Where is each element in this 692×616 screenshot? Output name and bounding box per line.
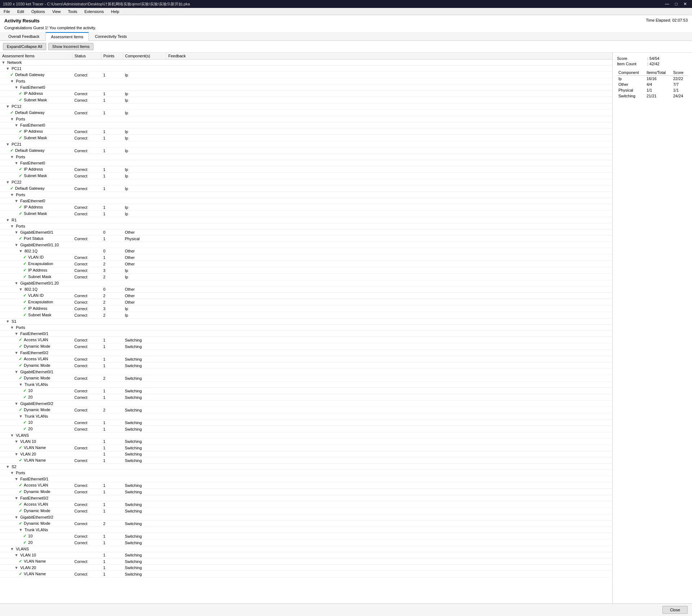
menu-edit[interactable]: Edit	[15, 9, 26, 14]
tree-toggle-icon[interactable]: ▼	[6, 66, 11, 71]
menu-view[interactable]: View	[50, 9, 63, 14]
tree-item-label: VLAN Name	[24, 458, 46, 462]
menu-help[interactable]: Help	[109, 9, 122, 14]
component-cell	[123, 401, 166, 407]
tree-toggle-icon[interactable]: ▼	[14, 439, 19, 444]
menu-extensions[interactable]: Extensions	[82, 9, 106, 14]
tree-item-label: Subnet Mask	[28, 313, 51, 317]
status-cell: Correct	[72, 533, 101, 540]
feedback-cell	[166, 451, 612, 457]
score-table-row: Physical1/11/1	[617, 87, 688, 93]
tree-toggle-icon[interactable]: ▼	[14, 243, 19, 247]
component-cell: Switching	[123, 407, 166, 413]
close-window-button[interactable]: ✕	[681, 1, 689, 6]
status-cell: Correct	[72, 135, 101, 141]
score-table-cell-itemsTotal: 1/1	[645, 87, 672, 93]
tree-item-label: Default Gateway	[15, 186, 44, 190]
points-cell: 3	[101, 267, 123, 274]
tree-toggle-icon[interactable]: ▼	[6, 218, 11, 222]
tree-toggle-icon[interactable]: ▼	[14, 161, 19, 165]
close-button[interactable]: Close	[662, 606, 688, 614]
table-row: ✓ Subnet MaskCorrect1Ip	[0, 211, 612, 217]
table-row: ✓ Subnet MaskCorrect2Ip	[0, 274, 612, 280]
tree-toggle-icon[interactable]: ▼	[19, 528, 24, 532]
tab-assessment-items[interactable]: Assessment Items	[45, 32, 89, 41]
tree-item-label: Trunk VLANs	[25, 528, 48, 532]
tree-item-label: VLAN ID	[28, 293, 44, 298]
menu-options[interactable]: Options	[29, 9, 47, 14]
tree-toggle-icon[interactable]: ▼	[14, 496, 19, 500]
tree-toggle-icon[interactable]: ▼	[14, 281, 19, 285]
status-cell: Correct	[72, 148, 101, 154]
tree-toggle-icon[interactable]: ▼	[19, 249, 24, 253]
tree-toggle-icon[interactable]: ▼	[14, 331, 19, 336]
tree-toggle-icon[interactable]: ▼	[14, 351, 19, 355]
tree-toggle-icon[interactable]: ▼	[10, 155, 15, 159]
tree-toggle-icon[interactable]: ▼	[14, 199, 19, 203]
tree-toggle-icon[interactable]: ▼	[14, 515, 19, 519]
tree-toggle-icon[interactable]: ▼	[14, 566, 19, 570]
menu-file[interactable]: File	[1, 9, 12, 14]
tree-toggle-icon[interactable]: ▼	[14, 553, 19, 557]
check-icon: ✓	[19, 173, 23, 178]
component-cell	[123, 242, 166, 248]
points-cell	[101, 546, 123, 552]
tree-toggle-icon[interactable]: ▼	[6, 465, 11, 469]
status-cell: Correct	[72, 110, 101, 116]
tree-toggle-icon[interactable]: ▼	[10, 433, 15, 437]
tree-toggle-icon[interactable]: ▼	[14, 370, 19, 374]
status-cell	[72, 331, 101, 337]
tree-toggle-icon[interactable]: ▼	[19, 287, 24, 291]
col-header-components: Component(s)	[123, 53, 166, 60]
tree-toggle-icon[interactable]: ▼	[6, 142, 11, 146]
table-row: ▼ GigabitEthernet0/2	[0, 401, 612, 407]
menu-tools[interactable]: Tools	[66, 9, 79, 14]
tab-connectivity-tests[interactable]: Connectivity Tests	[89, 32, 132, 40]
tree-toggle-icon[interactable]: ▼	[10, 79, 15, 83]
tree-toggle-icon[interactable]: ▼	[6, 180, 11, 184]
check-icon: ✓	[19, 129, 23, 133]
component-cell: Other	[123, 254, 166, 261]
check-icon: ✓	[19, 357, 23, 361]
tree-toggle-icon[interactable]: ▼	[14, 477, 19, 481]
table-row: ▼ VLAN 101Switching	[0, 552, 612, 558]
tree-item-label: VLAN 10	[20, 439, 36, 444]
tree-toggle-icon[interactable]: ▼	[1, 60, 6, 65]
component-cell: Ip	[123, 128, 166, 135]
check-icon: ✓	[23, 534, 27, 538]
tree-toggle-icon[interactable]: ▼	[10, 471, 15, 475]
minimize-button[interactable]: —	[663, 1, 671, 6]
component-cell: Switching	[123, 508, 166, 514]
expand-collapse-button[interactable]: Expand/Collapse All	[3, 43, 46, 50]
points-cell: 1	[101, 72, 123, 78]
tree-toggle-icon[interactable]: ▼	[10, 117, 15, 121]
component-cell: Ip	[123, 72, 166, 78]
assessment-table: Assessment Items Status Points Component…	[0, 53, 612, 577]
status-cell: Correct	[72, 362, 101, 369]
feedback-cell	[166, 148, 612, 154]
tree-toggle-icon[interactable]: ▼	[14, 401, 19, 406]
tree-toggle-icon[interactable]: ▼	[19, 382, 24, 387]
tree-toggle-icon[interactable]: ▼	[19, 414, 24, 418]
tree-toggle-icon[interactable]: ▼	[14, 123, 19, 127]
tree-toggle-icon[interactable]: ▼	[10, 547, 15, 551]
tree-toggle-icon[interactable]: ▼	[6, 319, 11, 324]
tree-toggle-icon[interactable]: ▼	[14, 452, 19, 456]
table-row: ✓ IP AddressCorrect1Ip	[0, 204, 612, 211]
table-row: ▼ Ports	[0, 154, 612, 160]
tree-toggle-icon[interactable]: ▼	[6, 104, 11, 109]
tree-toggle-icon[interactable]: ▼	[14, 230, 19, 234]
tree-item-label: 10	[28, 420, 32, 424]
tree-toggle-icon[interactable]: ▼	[14, 85, 19, 89]
tree-toggle-icon[interactable]: ▼	[10, 193, 15, 197]
tree-item-label: S1	[12, 319, 16, 324]
points-cell: 1	[101, 482, 123, 489]
tree-toggle-icon[interactable]: ▼	[10, 224, 15, 228]
show-incorrect-button[interactable]: Show Incorrect Items	[48, 43, 93, 50]
tree-item-label: VLAN Name	[24, 559, 46, 563]
tab-overall-feedback[interactable]: Overall Feedback	[3, 32, 45, 40]
assessment-panel[interactable]: Assessment Items Status Points Component…	[0, 53, 613, 603]
tree-toggle-icon[interactable]: ▼	[10, 325, 15, 330]
component-cell	[123, 280, 166, 286]
maximize-button[interactable]: □	[673, 1, 680, 6]
